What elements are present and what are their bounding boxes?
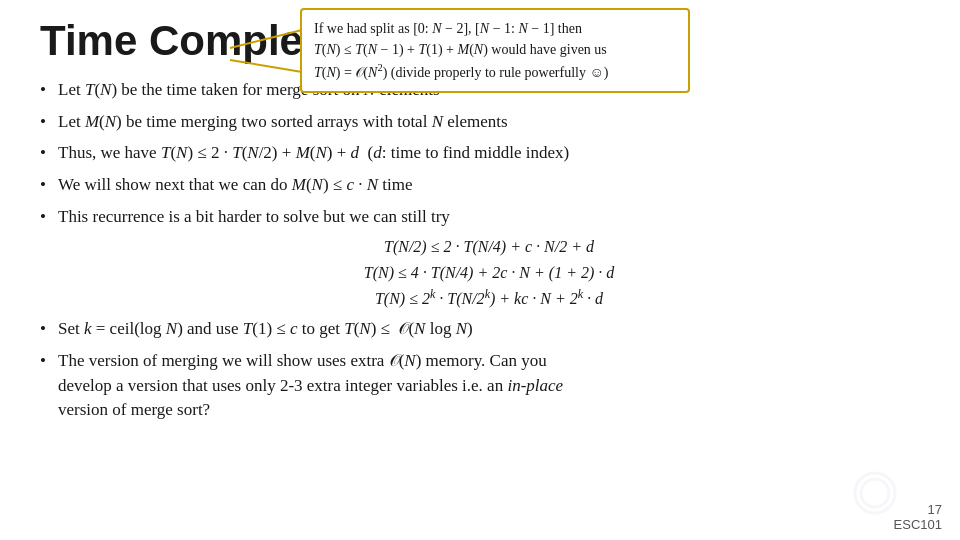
math-block: T(N/2) ≤ 2 · T(N/4) + c · N/2 + d T(N) ≤… xyxy=(58,235,920,310)
callout-line-2: T(N) ≤ T(N − 1) + T(1) + M(N) would have… xyxy=(314,39,676,60)
main-bullet-list: Let T(N) be the time taken for merge sor… xyxy=(40,78,920,423)
page-number-area: 17 ESC101 xyxy=(894,502,942,532)
bullet-3: Thus, we have T(N) ≤ 2 · T(N/2) + M(N) +… xyxy=(40,141,920,166)
callout-line-1: If we had split as [0: N − 2], [N − 1: N… xyxy=(314,18,676,39)
page-number: 17 xyxy=(894,502,942,517)
bullet-7: The version of merging we will show uses… xyxy=(40,349,920,423)
callout-line-3: T(N) = 𝒪(N2) (divide properly to rule po… xyxy=(314,60,676,83)
bullet-2: Let M(N) be time merging two sorted arra… xyxy=(40,110,920,135)
slide-container: Time Complexity If we had split as [0: N… xyxy=(0,0,960,540)
bullet-4: We will show next that we can do M(N) ≤ … xyxy=(40,173,920,198)
math-line-2: T(N) ≤ 4 · T(N/4) + 2c · N + (1 + 2) · d xyxy=(58,261,920,284)
callout-box: If we had split as [0: N − 2], [N − 1: N… xyxy=(300,8,690,93)
math-line-1: T(N/2) ≤ 2 · T(N/4) + c · N/2 + d xyxy=(58,235,920,258)
watermark-logo xyxy=(850,468,900,518)
bullet-6: Set k = ceil(log N) and use T(1) ≤ c to … xyxy=(40,317,920,342)
bullet-5: This recurrence is a bit harder to solve… xyxy=(40,205,920,311)
page-label: ESC101 xyxy=(894,517,942,532)
svg-point-3 xyxy=(861,479,889,507)
math-line-3: T(N) ≤ 2k · T(N/2k) + kc · N + 2k · d xyxy=(58,286,920,311)
